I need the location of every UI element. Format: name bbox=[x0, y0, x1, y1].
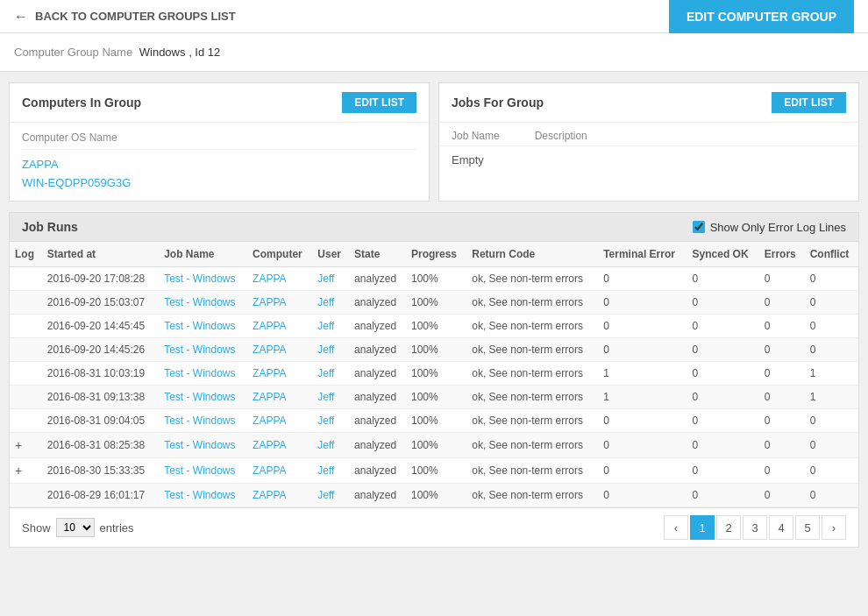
table-row: +2016-08-30 15:33:35Test - WindowsZAPPAJ… bbox=[10, 458, 858, 484]
row-started-at: 2016-08-31 09:13:38 bbox=[42, 386, 159, 409]
row-synced-ok: 0 bbox=[687, 484, 759, 507]
row-user[interactable]: Jeff bbox=[312, 362, 349, 386]
pagination-page-2[interactable]: 2 bbox=[716, 515, 741, 540]
row-log-icon bbox=[10, 386, 42, 409]
entries-label: entries bbox=[100, 521, 134, 535]
row-terminal-error: 0 bbox=[598, 315, 687, 338]
show-entries: Show 10 25 50 entries bbox=[22, 518, 134, 537]
table-row: 2016-09-20 14:45:45Test - WindowsZAPPAJe… bbox=[10, 315, 858, 338]
row-computer[interactable]: ZAPPA bbox=[247, 433, 312, 458]
col-errors: Errors bbox=[759, 242, 805, 267]
row-computer[interactable]: ZAPPA bbox=[247, 267, 312, 291]
top-bar: ← BACK TO COMPUTER GROUPS LIST EDIT COMP… bbox=[0, 0, 868, 33]
row-errors: 0 bbox=[759, 458, 805, 484]
row-started-at: 2016-09-20 15:03:07 bbox=[42, 291, 159, 315]
row-terminal-error: 1 bbox=[598, 386, 687, 409]
jobs-empty: Empty bbox=[439, 146, 858, 173]
row-computer[interactable]: ZAPPA bbox=[247, 409, 312, 433]
pagination-prev[interactable]: ‹ bbox=[664, 515, 688, 540]
row-job-name[interactable]: Test - Windows bbox=[159, 409, 247, 433]
row-job-name[interactable]: Test - Windows bbox=[159, 362, 247, 386]
table-row: 2016-08-31 09:13:38Test - WindowsZAPPAJe… bbox=[10, 386, 858, 409]
row-conflict: 0 bbox=[805, 338, 858, 362]
row-terminal-error: 0 bbox=[598, 338, 687, 362]
pagination-page-4[interactable]: 4 bbox=[769, 515, 793, 540]
row-job-name[interactable]: Test - Windows bbox=[159, 433, 247, 458]
col-started-at: Started at bbox=[42, 242, 159, 267]
row-user[interactable]: Jeff bbox=[312, 338, 349, 362]
row-conflict: 0 bbox=[805, 409, 858, 433]
pagination-page-3[interactable]: 3 bbox=[743, 515, 767, 540]
computer-link-zappa[interactable]: ZAPPA bbox=[22, 155, 416, 173]
row-computer[interactable]: ZAPPA bbox=[247, 484, 312, 507]
row-user[interactable]: Jeff bbox=[312, 484, 349, 507]
row-return-code: ok, See non-term errors bbox=[466, 338, 598, 362]
row-user[interactable]: Jeff bbox=[312, 386, 349, 409]
per-page-select[interactable]: 10 25 50 bbox=[56, 518, 95, 537]
table-row: 2016-08-31 10:03:19Test - WindowsZAPPAJe… bbox=[10, 362, 858, 386]
table-row: 2016-09-20 15:03:07Test - WindowsZAPPAJe… bbox=[10, 291, 858, 315]
row-job-name[interactable]: Test - Windows bbox=[159, 315, 247, 338]
row-user[interactable]: Jeff bbox=[312, 458, 349, 484]
row-log-icon bbox=[10, 338, 42, 362]
pagination: ‹ 1 2 3 4 5 › bbox=[664, 515, 846, 540]
row-job-name[interactable]: Test - Windows bbox=[159, 484, 247, 507]
col-return-code: Return Code bbox=[466, 242, 598, 267]
row-log-icon[interactable]: + bbox=[10, 458, 42, 484]
row-user[interactable]: Jeff bbox=[312, 409, 349, 433]
row-progress: 100% bbox=[406, 458, 466, 484]
error-log-label: Show Only Error Log Lines bbox=[710, 221, 846, 234]
row-computer[interactable]: ZAPPA bbox=[247, 386, 312, 409]
row-job-name[interactable]: Test - Windows bbox=[159, 338, 247, 362]
edit-computer-group-button[interactable]: EDIT COMPUTER GROUP bbox=[669, 0, 854, 33]
row-computer[interactable]: ZAPPA bbox=[247, 291, 312, 315]
job-runs-title: Job Runs bbox=[22, 220, 78, 234]
row-progress: 100% bbox=[406, 433, 466, 458]
table-row: 2016-09-20 14:45:26Test - WindowsZAPPAJe… bbox=[10, 338, 858, 362]
row-user[interactable]: Jeff bbox=[312, 291, 349, 315]
row-computer[interactable]: ZAPPA bbox=[247, 458, 312, 484]
pagination-next[interactable]: › bbox=[822, 515, 846, 540]
row-started-at: 2016-08-30 15:33:35 bbox=[42, 458, 159, 484]
col-log: Log bbox=[10, 242, 42, 267]
row-log-icon[interactable]: + bbox=[10, 433, 42, 458]
pagination-page-1[interactable]: 1 bbox=[690, 515, 715, 540]
back-link[interactable]: ← BACK TO COMPUTER GROUPS LIST bbox=[14, 9, 236, 25]
row-synced-ok: 0 bbox=[687, 338, 759, 362]
col-computer: Computer bbox=[247, 242, 312, 267]
row-terminal-error: 0 bbox=[598, 458, 687, 484]
row-job-name[interactable]: Test - Windows bbox=[159, 386, 247, 409]
row-state: analyzed bbox=[349, 362, 406, 386]
row-job-name[interactable]: Test - Windows bbox=[159, 291, 247, 315]
row-return-code: ok, See non-term errors bbox=[466, 291, 598, 315]
row-started-at: 2016-09-20 17:08:28 bbox=[42, 267, 159, 291]
row-user[interactable]: Jeff bbox=[312, 267, 349, 291]
jobs-edit-list-button[interactable]: EDIT LIST bbox=[772, 92, 846, 113]
computers-panel-title: Computers In Group bbox=[22, 96, 141, 110]
col-state: State bbox=[349, 242, 406, 267]
row-job-name[interactable]: Test - Windows bbox=[159, 267, 247, 291]
row-state: analyzed bbox=[349, 458, 406, 484]
row-user[interactable]: Jeff bbox=[312, 433, 349, 458]
computers-edit-list-button[interactable]: EDIT LIST bbox=[342, 92, 416, 113]
row-job-name[interactable]: Test - Windows bbox=[159, 458, 247, 484]
col-job-name: Job Name bbox=[159, 242, 247, 267]
row-state: analyzed bbox=[349, 338, 406, 362]
table-row: +2016-08-31 08:25:38Test - WindowsZAPPAJ… bbox=[10, 433, 858, 458]
jobs-panel: Jobs For Group EDIT LIST Job Name Descri… bbox=[438, 82, 859, 202]
group-name-value: Windows bbox=[139, 46, 186, 59]
error-log-checkbox[interactable] bbox=[693, 221, 705, 233]
computers-panel-content: Computer OS Name ZAPPA WIN-EQDPP059G3G bbox=[10, 123, 429, 201]
row-computer[interactable]: ZAPPA bbox=[247, 315, 312, 338]
pagination-page-5[interactable]: 5 bbox=[795, 515, 820, 540]
row-computer[interactable]: ZAPPA bbox=[247, 362, 312, 386]
row-conflict: 0 bbox=[805, 458, 858, 484]
row-terminal-error: 0 bbox=[598, 267, 687, 291]
computer-link-win[interactable]: WIN-EQDPP059G3G bbox=[22, 173, 416, 192]
row-user[interactable]: Jeff bbox=[312, 315, 349, 338]
row-errors: 0 bbox=[759, 291, 805, 315]
group-id-value: 12 bbox=[208, 46, 220, 59]
row-errors: 0 bbox=[759, 409, 805, 433]
row-errors: 0 bbox=[759, 338, 805, 362]
row-computer[interactable]: ZAPPA bbox=[247, 338, 312, 362]
